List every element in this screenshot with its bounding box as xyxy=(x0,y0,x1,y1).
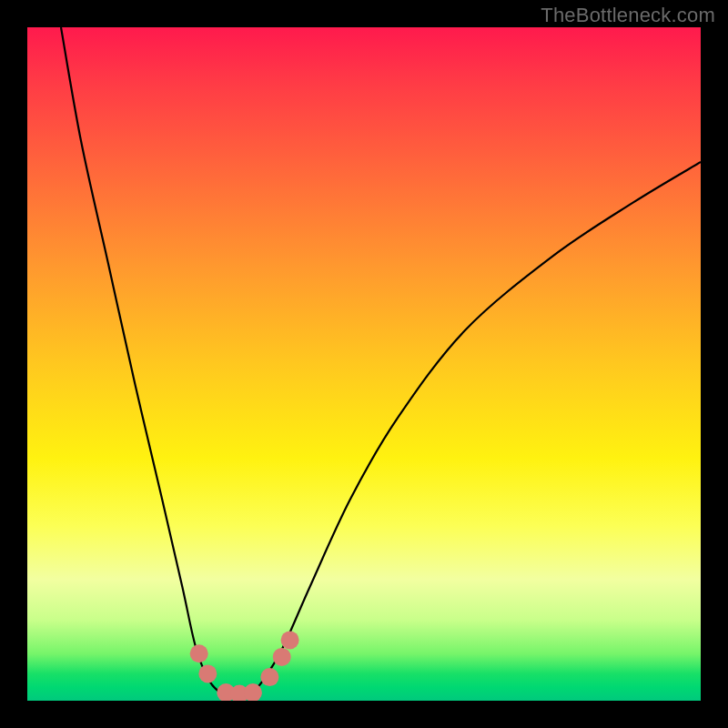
highlight-marker xyxy=(281,631,299,649)
highlight-marker xyxy=(273,648,291,666)
chart-frame: TheBottleneck.com xyxy=(0,0,728,728)
highlight-marker xyxy=(190,644,208,662)
watermark-text: TheBottleneck.com xyxy=(541,4,715,27)
curve-path xyxy=(61,27,701,697)
marker-group xyxy=(190,631,299,701)
bottleneck-curve xyxy=(27,27,701,701)
highlight-marker xyxy=(260,668,278,686)
highlight-marker xyxy=(198,664,217,682)
plot-area xyxy=(27,27,701,701)
